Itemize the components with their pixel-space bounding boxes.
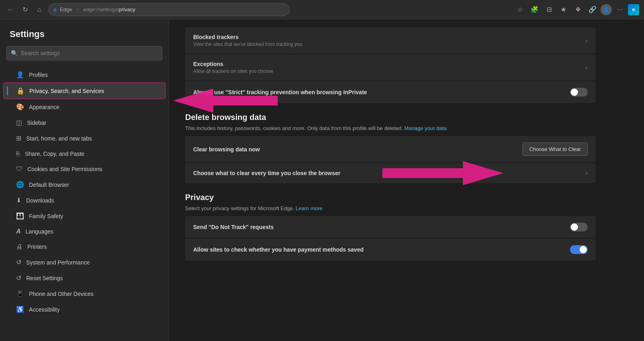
- content-area: Blocked trackers View the sites that we'…: [169, 19, 644, 341]
- learn-more-link[interactable]: Learn more: [296, 205, 322, 211]
- system-icon: ↺: [16, 258, 21, 266]
- edge-color-icon: e: [628, 4, 639, 15]
- sidebar-item-printers[interactable]: 🖨 Printers: [3, 239, 165, 254]
- sidebar-item-phone[interactable]: 📱 Phone and Other Devices: [3, 286, 165, 302]
- default-browser-icon: 🌐: [16, 181, 24, 188]
- exceptions-row[interactable]: Exceptions Allow all trackers on sites y…: [185, 54, 596, 81]
- choose-clear-close-chevron: ›: [586, 169, 588, 177]
- do-not-track-row: Send "Do Not Track" requests: [185, 216, 596, 238]
- strict-inprivate-toggle[interactable]: [570, 88, 588, 97]
- printers-icon: 🖨: [16, 243, 23, 250]
- blocked-trackers-label: Blocked trackers: [193, 34, 302, 40]
- split-screen-button[interactable]: ⊟: [543, 3, 555, 16]
- sidebar-item-label: Share, Copy, and Paste: [25, 151, 85, 157]
- blocked-trackers-row[interactable]: Blocked trackers View the sites that we'…: [185, 27, 596, 54]
- blocked-trackers-desc: View the sites that we've blocked from t…: [193, 41, 302, 47]
- delete-browsing-heading: Delete browsing data: [185, 113, 596, 122]
- sidebar-item-label: Sidebar: [27, 120, 46, 126]
- toolbar-icons: ☆ 🧩 ⊟ ★ ❖ 🔗 👤 ··· e: [514, 3, 639, 16]
- share-button[interactable]: 🔗: [586, 3, 599, 16]
- share-copy-icon: ⎘: [16, 150, 20, 157]
- sidebar-item-accessibility[interactable]: ♿ Accessibility: [3, 302, 165, 317]
- collections-button[interactable]: ❖: [572, 3, 584, 16]
- address-bar[interactable]: e Edge | edge://settings/privacy: [48, 3, 290, 16]
- sidebar-item-label: Languages: [26, 228, 54, 235]
- sidebar-item-label: Appearance: [29, 104, 60, 110]
- home-button[interactable]: ⌂: [34, 4, 45, 15]
- refresh-button[interactable]: ↻: [19, 4, 31, 15]
- choose-clear-close-row[interactable]: Choose what to clear every time you clos…: [185, 163, 596, 183]
- manage-data-link[interactable]: Manage your data: [405, 125, 447, 131]
- privacy-heading: Privacy: [185, 193, 596, 202]
- sidebar-title: Settings: [0, 19, 169, 46]
- clear-browsing-row: Clear browsing data now Choose What to C…: [185, 136, 596, 162]
- delete-browsing-desc: This includes history, passwords, cookie…: [185, 125, 596, 131]
- exceptions-label: Exceptions: [193, 61, 273, 67]
- main-layout: Settings 🔍 👤 Profiles 🔒 Privacy, Search,…: [0, 19, 644, 341]
- more-button[interactable]: ···: [613, 3, 626, 16]
- clear-browsing-label: Clear browsing data now: [193, 146, 260, 153]
- sidebar-item-label: Profiles: [29, 72, 48, 78]
- edge-logo-icon: e: [54, 6, 57, 13]
- sidebar-item-reset[interactable]: ↺ Reset Settings: [3, 270, 165, 286]
- favorites-button[interactable]: ☆: [514, 3, 526, 16]
- blocked-trackers-chevron: ›: [586, 37, 588, 44]
- exceptions-chevron: ›: [586, 64, 588, 71]
- appearance-icon: 🎨: [16, 103, 24, 111]
- sidebar-item-family-safety[interactable]: 👨‍👩‍👧 Family Safety: [3, 208, 165, 224]
- strict-inprivate-label: Always use "Strict" tracking prevention …: [193, 89, 367, 95]
- sidebar-item-label: Phone and Other Devices: [29, 291, 93, 297]
- sidebar-item-appearance[interactable]: 🎨 Appearance: [3, 99, 165, 115]
- sidebar: Settings 🔍 👤 Profiles 🔒 Privacy, Search,…: [0, 19, 169, 341]
- sidebar-item-label: Accessibility: [29, 306, 60, 313]
- sidebar-item-label: Cookies and Site Permissions: [27, 166, 102, 172]
- choose-what-to-clear-button[interactable]: Choose What to Clear: [522, 143, 588, 156]
- search-input[interactable]: [21, 50, 158, 56]
- payment-methods-toggle[interactable]: [570, 245, 588, 254]
- sidebar-item-system[interactable]: ↺ System and Performance: [3, 254, 165, 270]
- sidebar-item-label: Reset Settings: [26, 275, 63, 281]
- sidebar-item-label: Default Browser: [29, 182, 69, 188]
- sidebar-item-start-home[interactable]: ⊞ Start, home, and new tabs: [3, 130, 165, 146]
- sidebar-item-label: Printers: [27, 244, 47, 250]
- search-box[interactable]: 🔍: [6, 46, 162, 60]
- web-capture-button[interactable]: ★: [557, 3, 570, 16]
- sidebar-item-label: Downloads: [26, 197, 54, 204]
- sidebar-item-languages[interactable]: A Languages: [3, 224, 165, 239]
- extensions-button[interactable]: 🧩: [528, 3, 541, 16]
- sidebar-item-label: System and Performance: [26, 259, 90, 266]
- reset-icon: ↺: [16, 274, 21, 282]
- sidebar-item-profiles[interactable]: 👤 Profiles: [3, 67, 165, 83]
- avatar[interactable]: 👤: [601, 4, 612, 15]
- sidebar-item-share-copy[interactable]: ⎘ Share, Copy, and Paste: [3, 146, 165, 161]
- accessibility-icon: ♿: [16, 306, 24, 313]
- exceptions-desc: Allow all trackers on sites you choose: [193, 68, 273, 74]
- sidebar-icon: ◫: [16, 119, 22, 126]
- back-button[interactable]: ←: [5, 4, 16, 15]
- sidebar-item-label: Start, home, and new tabs: [26, 135, 92, 142]
- do-not-track-toggle[interactable]: [570, 223, 588, 231]
- family-safety-icon: 👨‍👩‍👧: [16, 212, 24, 220]
- search-icon: 🔍: [11, 50, 18, 56]
- sidebar-item-downloads[interactable]: ⬇ Downloads: [3, 192, 165, 208]
- strict-inprivate-row: Always use "Strict" tracking prevention …: [185, 81, 596, 103]
- languages-icon: A: [16, 228, 21, 235]
- cookies-icon: 🛡: [16, 165, 23, 173]
- payment-methods-label: Allow sites to check whether you have pa…: [193, 246, 363, 253]
- payment-methods-row: Allow sites to check whether you have pa…: [185, 239, 596, 260]
- start-home-icon: ⊞: [16, 134, 21, 142]
- browser-label: Edge: [60, 6, 72, 12]
- sidebar-item-cookies[interactable]: 🛡 Cookies and Site Permissions: [3, 161, 165, 177]
- do-not-track-label: Send "Do Not Track" requests: [193, 224, 274, 230]
- choose-clear-close-label: Choose what to clear every time you clos…: [193, 170, 341, 176]
- sidebar-item-default-browser[interactable]: 🌐 Default Browser: [3, 177, 165, 192]
- sidebar-item-sidebar[interactable]: ◫ Sidebar: [3, 115, 165, 130]
- sidebar-item-label: Privacy, Search, and Services: [29, 88, 104, 94]
- browser-chrome: ← ↻ ⌂ e Edge | edge://settings/privacy ☆…: [0, 0, 644, 19]
- privacy-icon: 🔒: [17, 87, 25, 95]
- sidebar-item-privacy[interactable]: 🔒 Privacy, Search, and Services: [3, 83, 165, 99]
- privacy-desc: Select your privacy settings for Microso…: [185, 205, 596, 211]
- downloads-icon: ⬇: [16, 196, 21, 204]
- phone-icon: 📱: [16, 290, 24, 298]
- sidebar-item-label: Family Safety: [29, 213, 63, 219]
